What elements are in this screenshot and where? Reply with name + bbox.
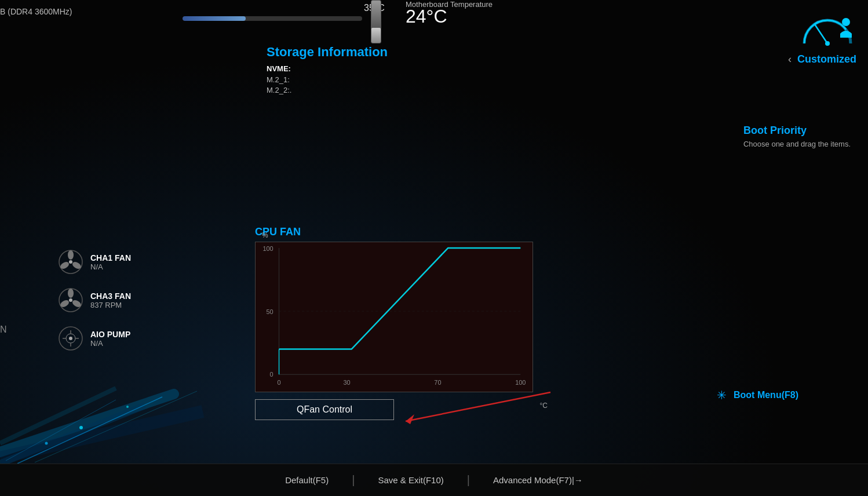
svg-point-15 (68, 250, 74, 260)
storage-title: Storage Information (267, 45, 388, 60)
svg-text:0: 0 (277, 379, 280, 386)
boot-priority-section: Boot Priority Choose one and drag the it… (743, 125, 851, 148)
cpu-fan-title: CPU FAN (255, 226, 545, 238)
cha3-fan-name: CHA3 FAN (90, 291, 131, 301)
svg-line-6 (35, 391, 197, 462)
aio-pump-info: AIO PUMP N/A (90, 330, 130, 348)
cha1-fan-item: CHA1 FAN N/A (58, 249, 131, 275)
cha3-fan-info: CHA3 FAN 837 RPM (90, 291, 131, 309)
boot-menu-label: Boot Menu(F8) (734, 390, 798, 400)
cha1-fan-icon (58, 249, 83, 275)
aio-pump-name: AIO PUMP (90, 330, 130, 339)
svg-text:50: 50 (266, 308, 273, 315)
aio-pump-item: AIO PUMP N/A (58, 326, 131, 351)
mb-temp-value: 24°C (406, 6, 447, 27)
vert-temp-fill (371, 28, 381, 43)
m2-2-item: M.2_2:. (267, 86, 388, 94)
bottom-bar: Default(F5) | Save & Exit(F10) | Advance… (0, 464, 868, 496)
fan-section: CHA1 FAN N/A CHA3 FAN 837 RPM (58, 249, 131, 364)
svg-point-11 (825, 41, 830, 46)
svg-point-9 (45, 442, 48, 445)
aio-pump-icon (58, 326, 83, 351)
cpu-temp-bar (183, 16, 362, 21)
vert-temp-bar (371, 0, 381, 43)
deco-cables (0, 359, 232, 464)
boot-priority-desc: Choose one and drag the items. (743, 140, 851, 148)
svg-text:70: 70 (434, 379, 441, 386)
ram-label: B (DDR4 3600MHz) (0, 7, 72, 16)
cha1-fan-name: CHA1 FAN (90, 253, 131, 262)
cha1-fan-info: CHA1 FAN N/A (90, 253, 131, 271)
svg-text:100: 100 (515, 379, 526, 386)
chart-svg: 100 50 0 0 30 70 100 (256, 242, 533, 392)
svg-line-37 (406, 392, 550, 421)
svg-point-7 (79, 426, 83, 429)
svg-point-12 (842, 18, 850, 26)
boot-priority-title: Boot Priority (743, 125, 851, 137)
gauge-icon (798, 12, 856, 49)
cpu-temp-fill (183, 16, 246, 21)
aio-pump-value: N/A (90, 339, 130, 348)
svg-point-14 (69, 260, 72, 264)
svg-text:30: 30 (344, 379, 351, 386)
red-arrow (371, 386, 556, 435)
svg-point-20 (68, 289, 74, 298)
boot-menu-section[interactable]: ✳ Boot Menu(F8) (717, 388, 798, 402)
advanced-mode-button[interactable]: Advanced Mode(F7)|→ (470, 475, 606, 485)
m2-1-item: M.2_1: (267, 75, 388, 84)
left-n-label: N (0, 324, 7, 335)
cha3-fan-value: 837 RPM (90, 301, 131, 309)
chevron-customized[interactable]: ‹ Customized (788, 53, 856, 65)
storage-section: Storage Information NVME: M.2_1: M.2_2:. (267, 45, 388, 96)
save-exit-button[interactable]: Save & Exit(F10) (355, 475, 466, 485)
svg-point-19 (69, 298, 72, 302)
nvme-label: NVME: (267, 64, 388, 73)
ram-info: B (DDR4 3600MHz) (0, 7, 72, 16)
chart-container: 100 50 0 0 30 70 100 (255, 242, 533, 392)
chevron-left-icon: ‹ (788, 53, 792, 65)
chart-y-label: % (262, 231, 268, 239)
svg-text:100: 100 (262, 245, 273, 252)
svg-point-25 (69, 337, 72, 340)
svg-line-10 (815, 24, 827, 43)
right-panel: ‹ Customized (788, 12, 856, 65)
cha3-fan-icon (58, 287, 83, 313)
default-button[interactable]: Default(F5) (262, 475, 352, 485)
cha3-fan-item: CHA3 FAN 837 RPM (58, 287, 131, 313)
svg-point-8 (126, 406, 129, 408)
cha1-fan-value: N/A (90, 262, 131, 271)
svg-text:0: 0 (270, 371, 273, 378)
customized-label: Customized (797, 53, 856, 65)
boot-menu-star-icon: ✳ (717, 388, 727, 402)
